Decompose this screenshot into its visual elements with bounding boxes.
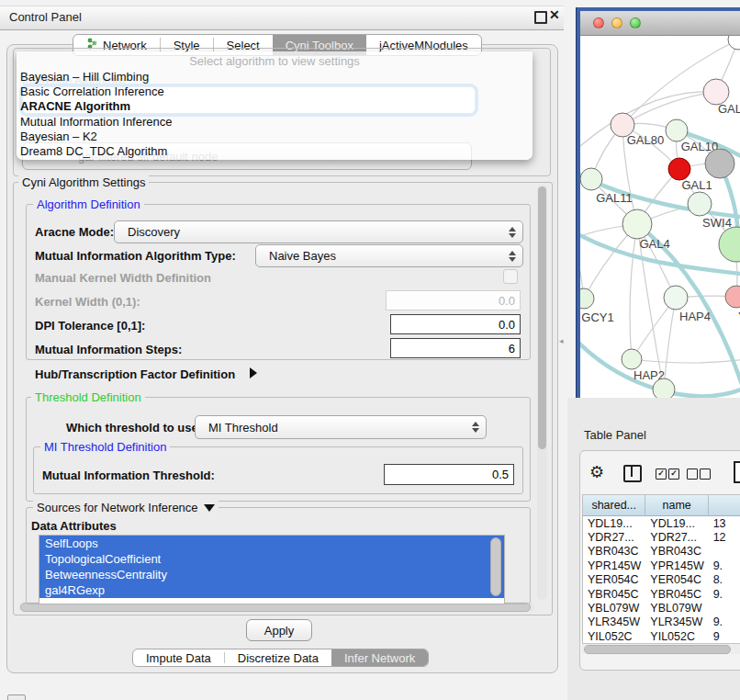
network-node-gal11[interactable]	[580, 168, 602, 190]
table-row[interactable]: YBR045CYBR045C9.	[583, 587, 740, 601]
mi-threshold-field[interactable]	[384, 464, 514, 485]
network-edge	[630, 224, 637, 359]
table-cell: YBR045C	[583, 588, 645, 601]
mi-steps-field[interactable]	[390, 338, 521, 358]
network-node-gcy1[interactable]	[580, 288, 594, 309]
table-cell: YER054C	[583, 573, 645, 586]
table-header-cell[interactable]	[709, 495, 740, 515]
attributes-scrollbar-thumb[interactable]	[490, 537, 501, 596]
table-cell: YBR043C	[583, 545, 645, 558]
network-node-swi4[interactable]	[688, 192, 712, 216]
table-horizontal-scrollbar-thumb[interactable]	[584, 645, 731, 654]
table-row[interactable]: YDR27...YDR27...12	[583, 530, 740, 544]
attribute-item[interactable]: TopologicalCoefficient	[39, 551, 504, 567]
select-all-checkbox-icon[interactable]: ✓	[656, 469, 667, 480]
network-node-gal[interactable]	[703, 79, 729, 105]
aracne-mode-label: Aracne Mode:	[35, 225, 114, 239]
network-node[interactable]	[728, 36, 740, 50]
algorithm-option[interactable]: Bayesian – K2	[17, 130, 533, 144]
table-cell: 9.	[709, 588, 740, 601]
apply-button-label: Apply	[264, 624, 295, 638]
document-icon[interactable]	[734, 461, 740, 483]
table-header-cell[interactable]: shared...	[583, 495, 645, 515]
columns-icon[interactable]	[623, 465, 642, 482]
attribute-item[interactable]: BetweennessCentrality	[39, 567, 504, 582]
data-attributes-list[interactable]: SelfLoopsTopologicalCoefficientBetweenne…	[39, 535, 505, 604]
algorithm-option[interactable]: Bayesian – Hill Climbing	[17, 70, 533, 85]
algorithm-dropdown-placeholder: Select algorithm to view settings	[17, 51, 533, 70]
panel-resize-grip[interactable]: ◂	[559, 336, 564, 345]
settings-vertical-scrollbar-thumb[interactable]	[538, 186, 546, 449]
which-threshold-combo[interactable]: MI Threshold	[195, 415, 487, 439]
network-node-gal10[interactable]	[666, 119, 688, 141]
apply-button[interactable]: Apply	[246, 619, 312, 641]
algorithm-dropdown-popup: Select algorithm to view settings Bayesi…	[17, 51, 533, 160]
manual-kernel-width-checkbox[interactable]	[503, 269, 518, 284]
node-table: shared...name YDL19...YDL19...13YDR27...…	[582, 494, 740, 644]
aracne-mode-combo[interactable]: Discovery	[114, 220, 523, 243]
network-node-gal4[interactable]	[622, 209, 652, 239]
dpi-tolerance-field[interactable]	[390, 314, 521, 334]
table-row[interactable]: YLR345WYLR345W9.	[583, 615, 740, 629]
network-node[interactable]	[653, 378, 675, 398]
table-header-row: shared...name	[583, 495, 740, 516]
algorithm-option[interactable]: Dream8 DC_TDC Algorithm	[17, 144, 533, 159]
table-cell: 8.	[709, 573, 740, 586]
hub-expand-icon[interactable]	[250, 367, 257, 378]
network-window-titlebar[interactable]	[580, 11, 740, 36]
network-canvas[interactable]: GALGAL80GAL10GAL1GAL11SWI4GAL4GCY1HAP4YH…	[580, 36, 740, 398]
table-cell: YBL079W	[645, 602, 708, 615]
settings-vertical-scrollbar[interactable]	[537, 185, 547, 600]
table-cell: YLR345W	[583, 615, 645, 628]
table-row[interactable]: YPR145WYPR145W9.	[583, 559, 740, 572]
table-cell: YDR27...	[583, 531, 645, 544]
algorithm-option[interactable]: Basic Correlation Inference	[17, 85, 533, 99]
sources-title: Sources for Network Inference	[37, 501, 198, 514]
network-node[interactable]	[719, 227, 740, 262]
table-row[interactable]: YIL052CYIL052C9	[583, 629, 740, 643]
select-all-checkbox-icon[interactable]: ✓	[668, 469, 679, 480]
threshold-definition-title: Threshold Definition	[31, 390, 145, 404]
float-window-icon[interactable]	[534, 11, 547, 24]
kernel-width-field[interactable]	[386, 290, 521, 310]
table-header-cell[interactable]: name	[645, 495, 708, 515]
mi-steps-label: Mutual Information Steps:	[35, 343, 182, 356]
network-node-hap2[interactable]	[622, 349, 642, 369]
aracne-mode-value: Discovery	[115, 225, 509, 239]
tab-infer-network[interactable]: Infer Network	[331, 649, 428, 666]
tab-discretize-data[interactable]: Discretize Data	[225, 649, 331, 666]
network-node[interactable]	[705, 149, 734, 178]
close-icon[interactable]: ✕	[549, 7, 560, 22]
sources-collapse-icon[interactable]	[204, 504, 215, 512]
network-node-label: GAL80	[627, 133, 664, 147]
minimize-traffic-light-icon[interactable]	[611, 17, 622, 28]
table-cell: 9	[709, 630, 740, 643]
which-threshold-value: MI Threshold	[196, 421, 472, 435]
attribute-item[interactable]: SelfLoops	[39, 536, 504, 551]
deselect-checkbox-icon[interactable]	[700, 469, 711, 480]
collapsed-panel-icon[interactable]	[7, 694, 26, 700]
table-row[interactable]: YBL079WYBL079W	[583, 601, 740, 615]
table-row[interactable]: YDL19...YDL19...13	[583, 516, 740, 530]
zoom-traffic-light-icon[interactable]	[630, 17, 641, 28]
table-row[interactable]: YER054CYER054C8.	[583, 573, 740, 587]
close-traffic-light-icon[interactable]	[593, 17, 604, 28]
network-node-y[interactable]	[725, 286, 740, 308]
algorithm-option[interactable]: ARACNE Algorithm	[17, 99, 533, 114]
attribute-item[interactable]: gal4RGexp	[39, 582, 504, 598]
deselect-checkbox-icon[interactable]	[687, 469, 698, 480]
mi-algorithm-type-label: Mutual Information Algorithm Type:	[35, 249, 236, 263]
network-node-hap4[interactable]	[664, 286, 688, 310]
combo-arrows-icon	[509, 227, 516, 238]
mi-algorithm-type-combo[interactable]: Naive Bayes	[255, 244, 523, 267]
table-cell: YBL079W	[583, 602, 645, 615]
table-panel-title: Table Panel	[584, 428, 646, 442]
mi-threshold-label: Mutual Information Threshold:	[42, 469, 215, 482]
gear-icon[interactable]: ⚙	[589, 462, 604, 482]
network-node-gal1[interactable]	[668, 158, 690, 180]
table-row[interactable]: YBR043CYBR043C	[583, 545, 740, 559]
combo-arrows-icon	[472, 422, 479, 433]
algorithm-option[interactable]: Mutual Information Inference	[17, 115, 533, 130]
tab-impute-data[interactable]: Impute Data	[133, 649, 224, 666]
table-horizontal-scrollbar[interactable]	[582, 643, 740, 654]
